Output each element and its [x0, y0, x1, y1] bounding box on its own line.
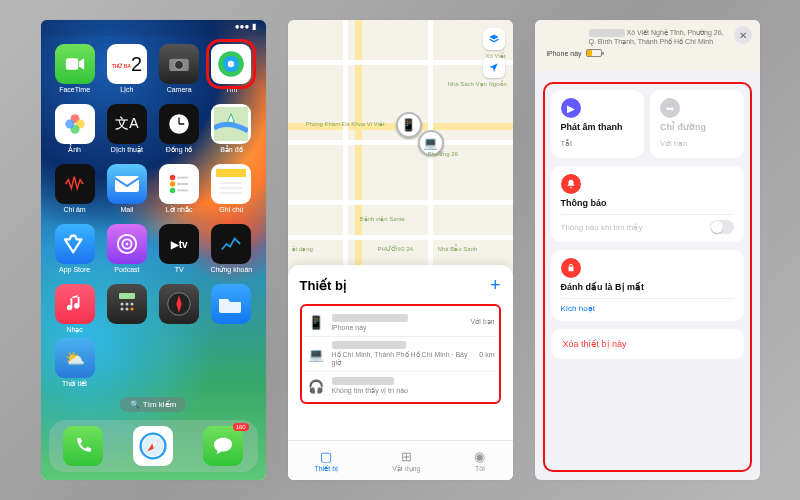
svg-point-34 — [125, 308, 128, 311]
tab-items[interactable]: ⊞ Vật dụng — [392, 449, 420, 473]
locate-me-button[interactable] — [483, 56, 505, 78]
stocks-app[interactable]: Chứng khoán — [207, 224, 255, 274]
activate-lost-link[interactable]: Kích hoạt — [561, 304, 595, 313]
stocks-app-label: Chứng khoán — [210, 266, 252, 274]
device-list: 📱 iPhone này Với bạn💻 Hồ Chí Minh, Thành… — [300, 304, 501, 404]
map-poi-label: PHƯỜNG 24 — [378, 245, 414, 252]
erase-device-link[interactable]: Xóa thiết bị này — [551, 329, 744, 359]
camera-app-label: Camera — [167, 86, 192, 93]
play-sound-tile-sub: Tắt — [561, 139, 573, 148]
voice-memos-app[interactable]: Chi âm — [51, 164, 99, 214]
badge: 160 — [233, 423, 249, 431]
translate-app-icon: 文A — [107, 104, 147, 144]
map-poi-label: Xô Viết — [486, 52, 506, 59]
directions-tile-icon: ➥ — [660, 98, 680, 118]
svg-point-31 — [125, 303, 128, 306]
photos-app-icon — [55, 104, 95, 144]
battery-row: iPhone này — [547, 49, 750, 57]
reminders-app-label: Lời nhắc — [166, 206, 193, 214]
directions-tile-title: Chỉ đường — [660, 122, 734, 132]
voice-memos-app-icon — [55, 164, 95, 204]
music-app-label: Nhạc — [66, 326, 82, 334]
facetime-app[interactable]: FaceTime — [51, 44, 99, 94]
calculator-app[interactable] — [103, 284, 151, 334]
calendar-app-icon: THỨ BA2 — [107, 44, 147, 84]
device-row[interactable]: 💻 Hồ Chí Minh, Thành Phố Hồ Chí Minh · B… — [304, 336, 497, 371]
lost-mode-title: Đánh dấu là Bị mất — [561, 282, 734, 292]
tab-items-icon: ⊞ — [401, 449, 412, 464]
photos-app[interactable]: Ảnh — [51, 104, 99, 154]
maps-app-icon — [211, 104, 251, 144]
device-icon: 💻 — [306, 344, 326, 364]
clock-app[interactable]: Đồng hồ — [155, 104, 203, 154]
svg-point-32 — [130, 303, 133, 306]
map-area[interactable]: 📱 💻 Nhà Sách Vạn NguồnPhòng Khám Đa Khoa… — [288, 20, 513, 265]
svg-rect-29 — [119, 293, 135, 299]
lost-mode-card: Đánh dấu là Bị mất Kích hoạt — [551, 250, 744, 321]
find-my-app-label: Tìm — [225, 86, 237, 93]
tab-me[interactable]: ◉ Tôi — [474, 449, 485, 472]
compass-app[interactable] — [155, 284, 203, 334]
reminders-app[interactable]: Lời nhắc — [155, 164, 203, 214]
voice-memos-app-label: Chi âm — [64, 206, 86, 213]
svg-point-16 — [170, 181, 176, 187]
phone-app[interactable] — [63, 426, 103, 466]
reminders-app-icon — [159, 164, 199, 204]
device-row[interactable]: 📱 iPhone này Với bạn — [304, 308, 497, 336]
notify-when-found-switch[interactable] — [710, 220, 734, 234]
podcast-app-icon — [107, 224, 147, 264]
tab-devices[interactable]: ▢ Thiết bị — [315, 449, 339, 473]
redacted-block — [589, 29, 625, 37]
calculator-app-icon — [107, 284, 147, 324]
dock: 160 — [49, 420, 258, 472]
svg-rect-0 — [65, 58, 78, 70]
device-row[interactable]: 🎧 Không tìm thấy vị trí nào — [304, 371, 497, 400]
search-label: Tìm kiếm — [143, 400, 176, 409]
mail-app-icon — [107, 164, 147, 204]
map-poi-label: Nhà Sách Vạn Nguồn — [448, 80, 507, 87]
device-icon: 📱 — [306, 312, 326, 332]
map-layers-button[interactable] — [483, 28, 505, 50]
redacted-name — [332, 377, 395, 385]
close-button[interactable]: ✕ — [734, 26, 752, 44]
podcast-app[interactable]: Podcast — [103, 224, 151, 274]
svg-point-5 — [228, 61, 234, 67]
spotlight-search[interactable]: 🔍 Tìm kiếm — [120, 397, 186, 412]
notes-app[interactable]: Ghi chú — [207, 164, 255, 214]
calendar-app-label: Lịch — [120, 86, 133, 94]
camera-app[interactable]: Camera — [155, 44, 203, 94]
files-app[interactable] — [207, 284, 255, 334]
maps-app-label: Bản đồ — [220, 146, 242, 154]
add-device-button[interactable]: + — [490, 275, 501, 296]
facetime-app-label: FaceTime — [59, 86, 90, 93]
status-bar: ●●● ▮ — [41, 20, 266, 36]
tv-app[interactable]: ▶tv TV — [155, 224, 203, 274]
find-my-app[interactable]: Tìm — [207, 44, 255, 94]
translate-app-label: Dịch thuật — [111, 146, 143, 154]
calendar-app[interactable]: THỨ BA2 Lịch — [103, 44, 151, 94]
map-poi-label: Phòng Khám Đa Khoa Vi Việt — [306, 120, 385, 127]
weather-app[interactable]: ⛅ Thời tiết — [55, 338, 95, 388]
messages-app[interactable]: 160 — [203, 426, 243, 466]
files-app-icon — [211, 284, 251, 324]
app-store-app[interactable]: App Store — [51, 224, 99, 274]
device-subtitle: iPhone này — [332, 324, 465, 331]
map-poi-label: Bệnh viện Sante — [360, 215, 405, 222]
translate-app[interactable]: 文A Dịch thuật — [103, 104, 151, 154]
svg-point-9 — [65, 119, 74, 128]
camera-app-icon — [159, 44, 199, 84]
svg-point-28 — [126, 243, 129, 246]
mail-app[interactable]: Mail — [103, 164, 151, 214]
tv-app-icon: ▶tv — [159, 224, 199, 264]
play-sound-tile[interactable]: ▶ Phát âm thanh Tắt — [551, 90, 645, 158]
action-tiles: ▶ Phát âm thanh Tắt➥ Chỉ đường Với bạn — [551, 90, 744, 158]
tab-me-icon: ◉ — [474, 449, 485, 464]
safari-app[interactable] — [133, 426, 173, 466]
app-store-app-label: App Store — [59, 266, 90, 273]
find-my-app-icon — [211, 44, 251, 84]
svg-point-30 — [120, 303, 123, 306]
weather-label: Thời tiết — [62, 380, 87, 388]
maps-app[interactable]: Bản đồ — [207, 104, 255, 154]
music-app[interactable]: Nhạc — [51, 284, 99, 334]
mail-app-label: Mail — [120, 206, 133, 213]
